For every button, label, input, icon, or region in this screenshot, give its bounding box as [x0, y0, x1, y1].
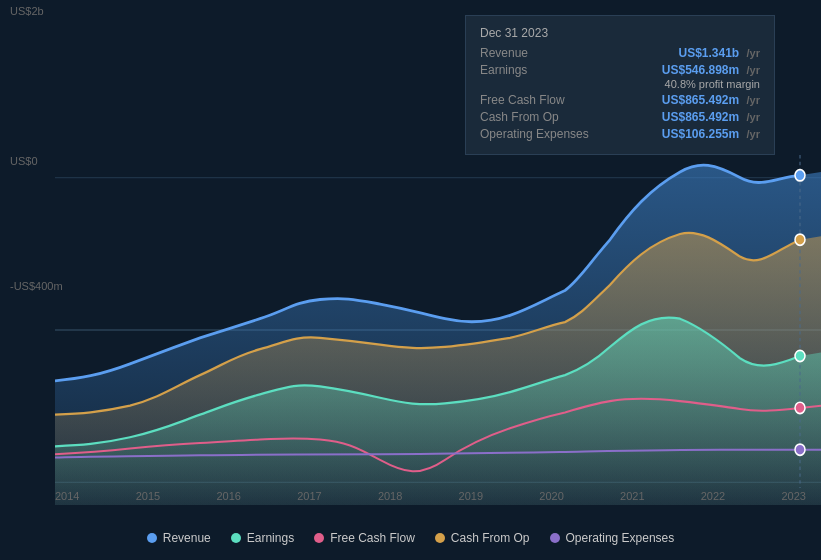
x-label-2023: 2023 [781, 490, 805, 502]
x-label-2015: 2015 [136, 490, 160, 502]
revenue-row: Revenue US$1.341b /yr [480, 46, 760, 60]
svg-point-9 [795, 444, 805, 455]
chart-svg [0, 155, 821, 505]
y-label-top: US$2b [10, 5, 44, 17]
cfo-dot [435, 533, 445, 543]
legend-cfo-label: Cash From Op [451, 531, 530, 545]
opex-label: Operating Expenses [480, 127, 600, 141]
legend-fcf[interactable]: Free Cash Flow [314, 531, 415, 545]
x-label-2022: 2022 [701, 490, 725, 502]
x-label-2021: 2021 [620, 490, 644, 502]
profit-margin: 40.8% profit margin [480, 78, 760, 90]
x-label-2014: 2014 [55, 490, 79, 502]
earnings-dot [231, 533, 241, 543]
x-label-2018: 2018 [378, 490, 402, 502]
opex-dot [550, 533, 560, 543]
revenue-value: US$1.341b /yr [678, 46, 760, 60]
earnings-label: Earnings [480, 63, 600, 77]
legend-earnings-label: Earnings [247, 531, 294, 545]
fcf-dot [314, 533, 324, 543]
fcf-label: Free Cash Flow [480, 93, 600, 107]
svg-point-7 [795, 350, 805, 361]
x-label-2017: 2017 [297, 490, 321, 502]
svg-point-5 [795, 170, 805, 181]
tooltip-title: Dec 31 2023 [480, 26, 760, 40]
revenue-dot [147, 533, 157, 543]
legend-fcf-label: Free Cash Flow [330, 531, 415, 545]
legend-revenue-label: Revenue [163, 531, 211, 545]
legend-revenue[interactable]: Revenue [147, 531, 211, 545]
earnings-value: US$546.898m /yr [662, 63, 760, 77]
chart-area [0, 155, 821, 505]
revenue-label: Revenue [480, 46, 600, 60]
tooltip-box: Dec 31 2023 Revenue US$1.341b /yr Earnin… [465, 15, 775, 155]
x-label-2019: 2019 [459, 490, 483, 502]
cfo-row: Cash From Op US$865.492m /yr [480, 110, 760, 124]
fcf-value: US$865.492m /yr [662, 93, 760, 107]
cfo-label: Cash From Op [480, 110, 600, 124]
legend-opex[interactable]: Operating Expenses [550, 531, 675, 545]
legend-cfo[interactable]: Cash From Op [435, 531, 530, 545]
opex-value: US$106.255m /yr [662, 127, 760, 141]
x-axis: 2014 2015 2016 2017 2018 2019 2020 2021 … [55, 490, 806, 502]
legend-earnings[interactable]: Earnings [231, 531, 294, 545]
chart-legend: Revenue Earnings Free Cash Flow Cash Fro… [0, 531, 821, 545]
cfo-value: US$865.492m /yr [662, 110, 760, 124]
svg-point-6 [795, 234, 805, 245]
opex-row: Operating Expenses US$106.255m /yr [480, 127, 760, 141]
fcf-row: Free Cash Flow US$865.492m /yr [480, 93, 760, 107]
svg-point-8 [795, 402, 805, 413]
x-label-2020: 2020 [539, 490, 563, 502]
legend-opex-label: Operating Expenses [566, 531, 675, 545]
x-label-2016: 2016 [216, 490, 240, 502]
earnings-row: Earnings US$546.898m /yr [480, 63, 760, 77]
